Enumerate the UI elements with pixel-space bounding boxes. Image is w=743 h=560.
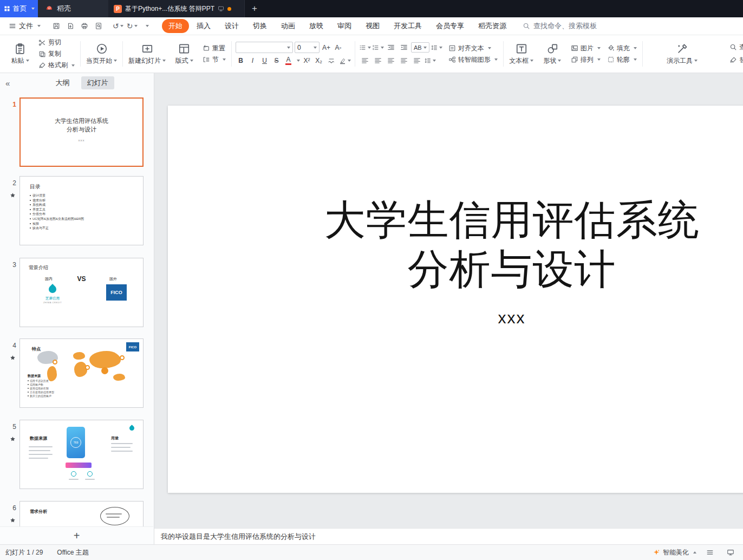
slide-thumbnail-3[interactable]: 背景介绍 国内 VS 国外 芝麻信用 ZHIMA CREDIT FICO	[19, 258, 144, 327]
picture-button[interactable]: 图片	[569, 43, 602, 54]
font-name-select[interactable]	[236, 42, 293, 53]
phonetic-guide-button[interactable]	[325, 55, 337, 66]
notes-lines-icon	[706, 549, 714, 556]
tab-docer[interactable]: 稻壳	[38, 0, 108, 17]
layout-label: 版式	[175, 56, 188, 66]
ribbon-tab-review[interactable]: 审阅	[331, 19, 358, 33]
font-size-select[interactable]: 0	[295, 42, 320, 53]
layout-button[interactable]: 版式	[170, 43, 198, 66]
line-spacing-button[interactable]	[424, 55, 436, 66]
animation-star-icon[interactable]	[10, 436, 16, 442]
slide-thumbnail-1[interactable]: 大学生信用评估系统 分析与设计 xxx	[19, 97, 144, 167]
theme-name[interactable]: Office 主题	[57, 548, 88, 557]
speaker-notes-bar[interactable]: 我的毕设题目是大学生信用评估系统的分析与设计	[154, 528, 743, 544]
caret-down-icon	[26, 60, 29, 62]
ribbon-tab-animations[interactable]: 动画	[275, 19, 302, 33]
character-spacing-button[interactable]: AB	[411, 42, 429, 53]
undo-button[interactable]: ↺	[111, 19, 125, 32]
add-slide-button[interactable]: +	[74, 530, 80, 541]
play-from-current-button[interactable]: 当页开始	[84, 43, 119, 66]
reset-button[interactable]: 重置	[201, 43, 227, 54]
collapse-panel-button[interactable]: «	[5, 79, 15, 88]
new-slide-button[interactable]: 新建幻灯片	[127, 43, 167, 66]
ribbon-tab-devtools[interactable]: 开发工具	[387, 19, 428, 33]
font-color-button[interactable]: A	[283, 55, 294, 66]
cut-button[interactable]: 剪切	[37, 37, 76, 48]
animation-star-icon[interactable]	[10, 192, 16, 198]
paste-button[interactable]: 粘贴	[6, 43, 34, 66]
textbox-button[interactable]: 文本框	[507, 43, 536, 66]
ribbon-tab-home[interactable]: 开始	[162, 19, 189, 33]
convert-to-smartart-button[interactable]: 转智能图形	[447, 54, 499, 65]
find-button[interactable]: 查找	[728, 42, 743, 53]
fill-button[interactable]: 填充	[605, 43, 638, 54]
decrease-indent-button[interactable]	[385, 42, 397, 53]
align-text-button[interactable]: 对齐文本	[447, 43, 499, 54]
current-slide[interactable]: 大学生信用评估系统 分析与设计 xxx	[168, 106, 743, 493]
tab-slides[interactable]: 幻灯片	[81, 76, 114, 89]
credit-score-ring: 769	[70, 437, 81, 448]
editing-canvas[interactable]: 大学生信用评估系统 分析与设计 xxx	[154, 73, 743, 528]
numbered-list-button[interactable]	[372, 42, 384, 53]
strikethrough-button[interactable]: S	[271, 55, 282, 66]
animation-star-icon[interactable]	[10, 355, 16, 361]
replace-button[interactable]: 替换	[728, 55, 743, 66]
map-continent	[89, 351, 121, 368]
subscript-button[interactable]: X₂	[314, 55, 324, 66]
animation-star-icon[interactable]	[10, 517, 16, 523]
command-search[interactable]: 查找命令、搜索模板	[523, 21, 597, 31]
print-button[interactable]	[77, 19, 92, 32]
smart-beautify-button[interactable]: 智能美化	[653, 548, 696, 557]
ribbon-divider	[122, 41, 123, 67]
text-direction-button[interactable]	[431, 42, 442, 53]
ribbon-tab-insert[interactable]: 插入	[190, 19, 217, 33]
customize-toolbar-button[interactable]	[139, 19, 153, 32]
slide-subtitle-textbox[interactable]: xxx	[168, 309, 743, 327]
presentation-tools-button[interactable]: 演示工具	[665, 43, 699, 66]
bold-button[interactable]: B	[236, 55, 246, 66]
ribbon-tab-slideshow[interactable]: 放映	[303, 19, 330, 33]
bullet-list-button[interactable]	[359, 42, 371, 53]
slide-title-textbox[interactable]: 大学生信用评估系统 分析与设计	[168, 195, 743, 294]
increase-indent-button[interactable]	[398, 42, 410, 53]
decrease-font-size-button[interactable]: A-	[333, 42, 343, 53]
arrange-button[interactable]: 排列	[569, 54, 602, 65]
view-mode-button[interactable]	[724, 546, 738, 559]
copy-button[interactable]: 复制	[37, 49, 76, 60]
ribbon-tab-design[interactable]: 设计	[218, 19, 245, 33]
home-button[interactable]: 首页	[0, 0, 38, 17]
notes-panel-toggle-button[interactable]	[703, 546, 717, 559]
section-button[interactable]: 节	[201, 54, 227, 65]
justify-button[interactable]	[398, 55, 410, 66]
new-tab-button[interactable]: +	[245, 0, 264, 17]
tab-document[interactable]: P 基于Python+...估系统 答辩PPT	[108, 0, 245, 17]
highlight-color-button[interactable]	[339, 55, 351, 66]
save-button[interactable]	[49, 19, 63, 32]
ribbon-tab-docer-resources[interactable]: 稻壳资源	[472, 19, 513, 33]
file-menu-button[interactable]: 文件	[5, 21, 44, 31]
align-center-button[interactable]	[372, 55, 384, 66]
slide-thumbnail-2[interactable]: 目录 设计背景 需求分析 系统构成 开发工具 分值分布 UC矩阵&泳道图&业务流…	[19, 176, 144, 245]
italic-button[interactable]: I	[247, 55, 258, 66]
slide-thumbnail-4[interactable]: FICO 特点 数据来源	[19, 338, 144, 408]
slide-thumbnail-5[interactable]: 数据来源 用途 769	[19, 420, 144, 489]
align-left-button[interactable]	[359, 55, 371, 66]
redo-button[interactable]: ↻	[125, 19, 139, 32]
format-painter-button[interactable]: 格式刷	[37, 60, 76, 71]
superscript-button[interactable]: X²	[302, 55, 312, 66]
print-preview-button[interactable]	[92, 19, 106, 32]
distribute-text-button[interactable]	[411, 55, 423, 66]
tab-outline[interactable]: 大纲	[50, 76, 76, 89]
align-right-button[interactable]	[385, 55, 397, 66]
ribbon-tab-view[interactable]: 视图	[359, 19, 386, 33]
convert-to-smartart-label: 转智能图形	[458, 55, 491, 64]
slide-thumbnail-6[interactable]: 需求分析	[19, 501, 144, 526]
increase-font-size-button[interactable]: A+	[321, 42, 331, 53]
caret-down-icon	[597, 58, 601, 61]
ribbon-tab-transitions[interactable]: 切换	[246, 19, 273, 33]
ribbon-tab-membership[interactable]: 会员专享	[429, 19, 471, 33]
outline-button[interactable]: 轮廓	[605, 54, 638, 65]
shapes-button[interactable]: 形状	[538, 43, 566, 66]
export-pdf-button[interactable]	[63, 19, 77, 32]
underline-button[interactable]: U	[259, 55, 270, 66]
